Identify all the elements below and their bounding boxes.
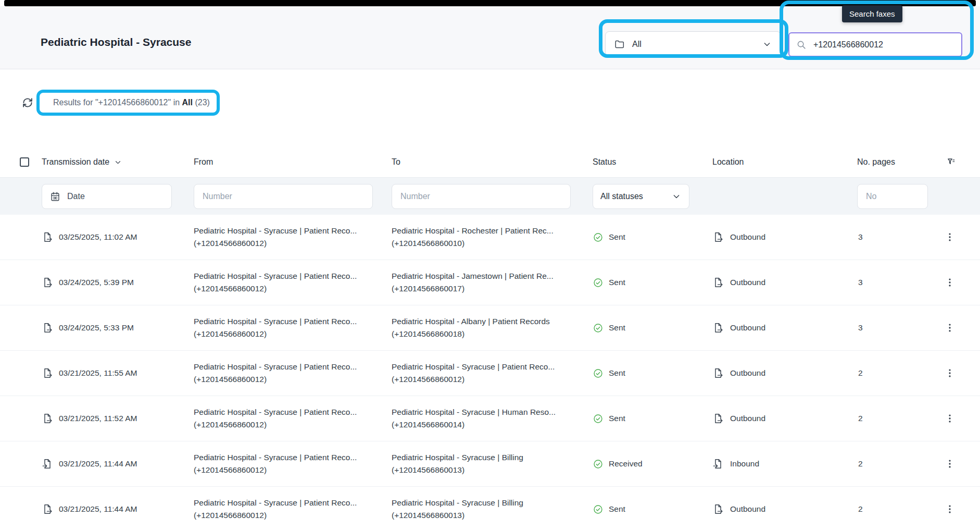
to-number: (+12014566860014) [392,418,593,431]
table-row[interactable]: 03/21/2025, 11:52 AM Pediatric Hospital … [0,396,980,441]
search-box [788,32,962,57]
from-cell: Pediatric Hospital - Syracuse | Patient … [194,315,392,340]
column-header-transmission-date[interactable]: Transmission date [42,157,194,167]
folder-filter-dropdown[interactable]: All [605,31,781,57]
chevron-down-icon [671,191,682,202]
from-number: (+12014566860012) [194,282,392,295]
location-cell: Outbound [712,367,857,379]
pages-cell: 2 [857,504,935,514]
location-cell: Outbound [712,413,857,424]
location-label: Outbound [730,368,765,378]
to-number: (+12014566860010) [392,237,593,250]
pages-cell: 2 [857,414,935,423]
direction-icon [42,367,53,379]
location-cell: Outbound [712,231,857,243]
row-menu-button[interactable] [943,230,957,244]
status-check-icon [593,504,604,515]
direction-icon [712,277,724,288]
status-label: Received [609,459,643,469]
status-label: Sent [609,414,625,423]
table-row[interactable]: 03/21/2025, 11:44 AM Pediatric Hospital … [0,441,980,487]
direction-icon [42,458,53,470]
status-cell: Sent [593,232,712,243]
transmission-date: 03/21/2025, 11:44 AM [59,504,137,514]
select-all-checkbox[interactable] [20,157,29,167]
row-menu-button[interactable] [943,275,957,290]
status-check-icon [593,413,604,424]
folder-icon [614,39,625,50]
to-name: Pediatric Hospital - Jamestown | Patient… [392,270,593,282]
to-cell: Pediatric Hospital - Rochester | Patient… [392,225,593,250]
to-name: Pediatric Hospital - Syracuse | Billing [392,451,593,464]
table-row[interactable]: 03/21/2025, 11:44 AM Pediatric Hospital … [0,487,980,530]
to-number: (+12014566860013) [392,509,593,522]
kebab-icon [944,322,956,334]
column-header-pages: No. pages [857,157,935,167]
row-menu-button[interactable] [943,457,957,471]
pages-cell: 2 [857,368,935,378]
location-label: Inbound [730,459,759,469]
transmission-date: 03/24/2025, 5:33 PM [59,323,134,332]
from-number-filter[interactable] [202,191,365,202]
row-menu-button[interactable] [943,502,957,516]
from-number: (+12014566860012) [194,418,392,431]
from-cell: Pediatric Hospital - Syracuse | Patient … [194,406,392,431]
pages-filter[interactable] [865,191,920,202]
column-header-status: Status [593,157,712,167]
direction-icon [712,458,724,470]
status-cell: Sent [593,323,712,334]
from-number-filter-wrap [194,184,373,209]
kebab-icon [944,277,956,288]
column-header-location: Location [712,157,857,167]
status-check-icon [593,232,604,243]
to-name: Pediatric Hospital - Syracuse | Billing [392,497,593,509]
results-bar: Results for "+12014566860012" in All (23… [21,96,210,109]
to-number: (+12014566860018) [392,328,593,340]
status-cell: Sent [593,368,712,379]
from-name: Pediatric Hospital - Syracuse | Patient … [194,361,392,373]
to-name: Pediatric Hospital - Rochester | Patient… [392,225,593,237]
refresh-icon[interactable] [21,96,34,109]
status-check-icon [593,459,604,470]
location-label: Outbound [730,504,765,514]
from-number: (+12014566860012) [194,464,392,476]
to-name: Pediatric Hospital - Syracuse | Patient … [392,361,593,373]
to-cell: Pediatric Hospital - Syracuse | Patient … [392,361,593,386]
to-cell: Pediatric Hospital - Syracuse | Human Re… [392,406,593,431]
from-cell: Pediatric Hospital - Syracuse | Patient … [194,497,392,522]
location-label: Outbound [730,323,765,332]
table-row[interactable]: 03/25/2025, 11:02 AM Pediatric Hospital … [0,215,980,260]
row-menu-button[interactable] [943,321,957,335]
table-row[interactable]: 03/21/2025, 11:55 AM Pediatric Hospital … [0,351,980,396]
to-number-filter[interactable] [399,191,563,202]
table-row[interactable]: 03/24/2025, 5:39 PM Pediatric Hospital -… [0,260,980,305]
fax-app-screen: Pediatric Hospital - Syracuse All Search… [0,0,980,530]
status-cell: Received [593,459,712,470]
from-name: Pediatric Hospital - Syracuse | Patient … [194,315,392,328]
status-cell: Sent [593,277,712,288]
kebab-icon [944,458,956,470]
status-cell: Sent [593,504,712,515]
row-menu-button[interactable] [943,411,957,426]
from-cell: Pediatric Hospital - Syracuse | Patient … [194,361,392,386]
direction-icon [712,231,724,243]
page-title: Pediatric Hospital - Syracuse [41,36,191,48]
filter-list-icon[interactable] [944,156,956,168]
to-name: Pediatric Hospital - Syracuse | Human Re… [392,406,593,418]
column-header-from: From [194,157,392,167]
direction-icon [712,413,724,424]
status-cell: Sent [593,413,712,424]
table-filter-row: Date All statuses [0,177,980,215]
from-number: (+12014566860012) [194,237,392,250]
pages-cell: 3 [857,323,935,332]
search-input[interactable] [812,40,955,50]
status-check-icon [593,277,604,288]
table-header-row: Transmission date From To Status Locatio… [0,147,980,177]
to-number: (+12014566860013) [392,464,593,476]
table-row[interactable]: 03/24/2025, 5:33 PM Pediatric Hospital -… [0,305,980,351]
row-menu-button[interactable] [943,366,957,380]
date-filter[interactable]: Date [42,184,172,209]
status-filter-dropdown[interactable]: All statuses [593,184,689,209]
location-label: Outbound [730,278,765,287]
column-header-to: To [392,157,593,167]
